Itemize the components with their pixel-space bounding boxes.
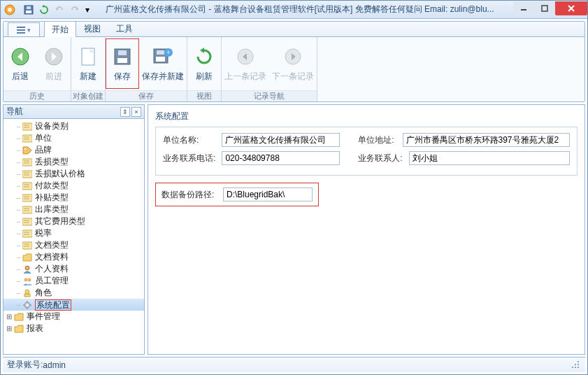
card-icon — [22, 217, 33, 227]
svg-rect-32 — [22, 159, 32, 166]
refresh-icon — [193, 45, 215, 68]
qat-undo-button[interactable] — [52, 3, 66, 17]
folder-icon — [13, 312, 24, 322]
new-doc-icon — [77, 45, 99, 68]
resize-grip[interactable] — [571, 360, 581, 370]
prev-record-button[interactable]: 上一条记录 — [222, 38, 269, 89]
ribbon-tabstrip: ▾ 开始 视图 工具 — [3, 22, 585, 37]
back-icon — [9, 45, 31, 68]
ribbon-group-record-nav: 上一条记录 下一条记录 记录导航 — [222, 37, 317, 101]
svg-rect-16 — [117, 58, 127, 63]
nav-item[interactable]: ····文档类型 — [3, 239, 144, 251]
save-and-new-button[interactable]: + 保存并新建 — [139, 38, 187, 89]
card-icon — [22, 229, 33, 239]
tab-start[interactable]: 开始 — [44, 21, 76, 37]
status-account-label: 登录账号: — [7, 359, 43, 371]
qat-redo-button[interactable] — [68, 3, 82, 17]
qat-dropdown-button[interactable]: ▾ — [83, 3, 92, 17]
forward-button[interactable]: 前进 — [37, 38, 71, 89]
phone-input[interactable] — [222, 151, 340, 165]
tab-tools[interactable]: 工具 — [108, 20, 141, 36]
svg-rect-35 — [22, 171, 32, 178]
nav-item-label: 报表 — [27, 323, 43, 334]
svg-point-57 — [24, 278, 28, 281]
expand-icon[interactable]: ⊞ — [5, 313, 13, 320]
nav-item[interactable]: ····员工管理 — [3, 275, 144, 287]
svg-text:+: + — [166, 49, 170, 56]
form-basic: 单位名称: 单位地址: 业务联系电话: 业务联系人: — [155, 127, 578, 176]
back-button[interactable]: 后退 — [3, 38, 37, 89]
nav-item[interactable]: ····补贴类型 — [3, 192, 144, 204]
nav-item-label: 单位 — [35, 132, 52, 144]
svg-rect-25 — [22, 123, 32, 130]
section-title: 系统配置 — [155, 111, 578, 122]
nav-close-button[interactable]: × — [131, 107, 141, 117]
nav-item[interactable]: ····单位 — [3, 132, 144, 144]
save-button[interactable]: 保存 — [106, 38, 139, 89]
ribbon-group-history: 后退 前进 历史 — [3, 37, 71, 101]
tab-view[interactable]: 视图 — [76, 20, 108, 36]
nav-item[interactable]: ⊞事件管理 — [3, 311, 144, 323]
content-area: 导航 ⇕ × ····设备类别····单位····品牌····丢损类型····丢… — [3, 104, 585, 355]
maximize-button[interactable] — [534, 1, 555, 15]
backup-path-input[interactable] — [223, 188, 313, 201]
new-button[interactable]: 新建 — [71, 38, 105, 89]
contact-input[interactable] — [409, 151, 570, 165]
nav-item-label: 出库类型 — [35, 204, 69, 215]
backup-path-group: 数据备份路径: — [155, 183, 319, 206]
qat-save-button[interactable] — [22, 3, 36, 17]
nav-item-label: 设备类别 — [35, 120, 69, 132]
quick-access-toolbar: ▾ — [22, 3, 92, 17]
company-name-input[interactable] — [222, 133, 340, 147]
svg-rect-20 — [157, 50, 164, 55]
nav-item[interactable]: ····出库类型 — [3, 204, 144, 215]
expand-icon[interactable]: ⊞ — [5, 325, 13, 332]
svg-point-1 — [8, 8, 12, 12]
svg-rect-10 — [17, 29, 25, 31]
qat-refresh-button[interactable] — [37, 3, 51, 17]
nav-tree[interactable]: ····设备类别····单位····品牌····丢损类型····丢损默认价格··… — [3, 119, 144, 354]
card-icon — [22, 241, 33, 250]
ribbon-body: 后退 前进 历史 新建 对象创建 保存 — [3, 37, 585, 101]
nav-item-label: 员工管理 — [35, 275, 69, 287]
nav-item[interactable]: ····付款类型 — [3, 180, 144, 192]
nav-item[interactable]: ····税率 — [3, 227, 144, 239]
svg-rect-38 — [22, 183, 32, 190]
ribbon-group-view: 刷新 视图 — [187, 37, 222, 101]
address-input[interactable] — [403, 133, 570, 147]
nav-item[interactable]: ····角色 — [3, 287, 144, 299]
folder-icon — [13, 324, 24, 334]
ribbon: ▾ 开始 视图 工具 后退 前进 历史 新建 — [3, 21, 585, 102]
forward-icon — [43, 45, 65, 68]
svg-point-31 — [24, 148, 26, 150]
address-label: 单位地址: — [358, 134, 398, 146]
close-button[interactable] — [555, 1, 587, 15]
nav-item[interactable]: ····系统配置 — [3, 299, 144, 311]
nav-item[interactable]: ····个人资料 — [3, 263, 144, 275]
nav-item-label: 税率 — [35, 227, 52, 239]
card-icon — [22, 157, 33, 167]
next-record-icon — [282, 45, 304, 68]
refresh-button[interactable]: 刷新 — [187, 38, 221, 89]
pin-button[interactable]: ⇕ — [120, 107, 130, 117]
card-icon — [22, 169, 33, 179]
nav-item[interactable]: ····文档资料 — [3, 251, 144, 263]
nav-item[interactable]: ····丢损默认价格 — [3, 168, 144, 180]
svg-rect-53 — [22, 242, 32, 249]
svg-rect-4 — [27, 6, 31, 9]
nav-item-label: 品牌 — [35, 144, 52, 156]
company-name-label: 单位名称: — [163, 134, 217, 146]
svg-rect-60 — [24, 294, 30, 297]
nav-title: 导航 — [6, 106, 23, 118]
nav-item[interactable]: ····丢损类型 — [3, 156, 144, 168]
nav-item[interactable]: ····其它费用类型 — [3, 215, 144, 227]
nav-item[interactable]: ····设备类别 — [3, 120, 144, 132]
minimize-button[interactable] — [513, 1, 534, 15]
people-icon — [22, 276, 33, 286]
nav-item[interactable]: ····品牌 — [3, 144, 144, 156]
gear-icon — [22, 300, 33, 310]
title-bar: ▾ 广州蓝格文化传播有限公司 - 蓝格舞台设备租赁管理软件[试用版本] 免费解答… — [1, 1, 587, 19]
nav-item[interactable]: ⊞报表 — [3, 323, 144, 334]
next-record-button[interactable]: 下一条记录 — [269, 38, 317, 89]
ribbon-app-button[interactable]: ▾ — [8, 22, 40, 36]
